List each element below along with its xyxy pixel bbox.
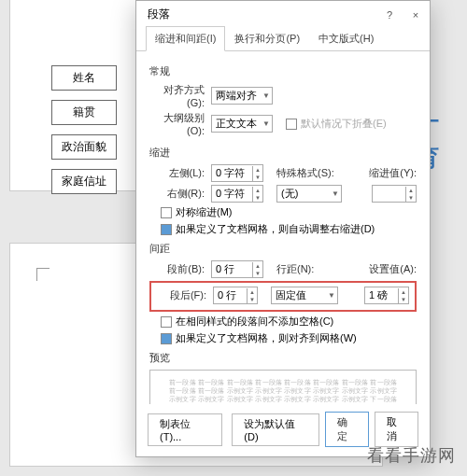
special-label: 特殊格式(S):: [276, 166, 334, 180]
outline-label: 大纲级别(O):: [149, 111, 207, 136]
section-preview: 预览: [149, 351, 417, 365]
paragraph-dialog: 段落 ? × 缩进和间距(I) 换行和分页(P) 中文版式(H) 常规 对齐方式…: [135, 0, 431, 457]
tab-line-page-breaks[interactable]: 换行和分页(P): [225, 26, 309, 50]
section-indent: 缩进: [149, 146, 417, 160]
spacing-at-label: 设置值(A):: [369, 262, 417, 276]
section-spacing: 间距: [149, 242, 417, 256]
collapse-checkbox[interactable]: [286, 119, 297, 130]
label-cell: 政治面貌: [51, 134, 117, 160]
spin-up-icon: ▲: [253, 166, 262, 174]
autogrid-checkbox[interactable]: [161, 224, 172, 235]
space-before-label: 段前(B):: [149, 262, 207, 276]
indent-left-spin[interactable]: 0 字符 ▲▼: [211, 164, 263, 182]
dialog-body: 常规 对齐方式(G): 两端对齐▼ 大纲级别(O): 正文文本▼ 默认情况下折叠…: [136, 51, 430, 404]
preview-box: 前一段落 前一段落 前一段落 前一段落 前一段落 前一段落 前一段落 前一段落 …: [149, 370, 417, 404]
space-after-spin[interactable]: 0 行 ▲▼: [213, 287, 258, 304]
titlebar: 段落 ? ×: [136, 1, 430, 26]
outline-combo[interactable]: 正文文本▼: [211, 115, 273, 133]
highlight-box: 段后(F): 0 行 ▲▼ 固定值▼ 1 磅 ▲▼: [149, 281, 417, 312]
tab-indent-spacing[interactable]: 缩进和间距(I): [146, 26, 225, 51]
chevron-down-icon: ▼: [332, 189, 339, 198]
cancel-button[interactable]: 取消: [375, 412, 418, 447]
spin-up-icon: ▲: [248, 288, 257, 296]
doc-table-labels: 姓名 籍贯 政治面貌 家庭信址: [51, 65, 117, 194]
line-spacing-combo[interactable]: 固定值▼: [271, 287, 338, 304]
indent-right-label: 右侧(R):: [149, 187, 207, 201]
mirror-indent-label: 对称缩进(M): [176, 205, 233, 219]
section-general: 常规: [149, 64, 417, 78]
mirror-indent-checkbox[interactable]: [161, 207, 172, 218]
close-button[interactable]: ×: [409, 9, 422, 21]
indent-right-spin[interactable]: 0 字符 ▲▼: [211, 185, 263, 203]
indent-by-label: 缩进值(Y):: [369, 166, 417, 180]
tabs-button[interactable]: 制表位(T)...: [148, 413, 222, 446]
chevron-down-icon: ▼: [262, 119, 270, 128]
tabstrip: 缩进和间距(I) 换行和分页(P) 中文版式(H): [136, 26, 430, 51]
spin-down-icon: ▼: [253, 270, 262, 277]
space-after-label: 段后(F):: [157, 288, 209, 302]
label-cell: 家庭信址: [51, 169, 117, 194]
spacing-at-spin[interactable]: 1 磅 ▲▼: [364, 287, 409, 304]
label-cell: 籍贯: [51, 100, 117, 125]
nospace-label: 在相同样式的段落间不添加空格(C): [176, 315, 333, 329]
ok-button[interactable]: 确定: [325, 412, 369, 447]
autogrid-label: 如果定义了文档网格，则自动调整右缩进(D): [176, 222, 375, 236]
nospace-checkbox[interactable]: [161, 316, 172, 328]
help-button[interactable]: ?: [383, 9, 396, 21]
tab-asian-typography[interactable]: 中文版式(H): [309, 26, 383, 50]
line-spacing-label: 行距(N):: [276, 262, 314, 276]
chevron-down-icon: ▼: [328, 291, 335, 300]
indent-by-spin[interactable]: ▲▼: [372, 185, 417, 203]
special-combo[interactable]: (无)▼: [276, 185, 342, 203]
indent-left-label: 左侧(L):: [149, 166, 207, 180]
spin-down-icon: ▼: [248, 296, 257, 303]
dialog-title: 段落: [148, 7, 170, 22]
chevron-down-icon: ▼: [262, 91, 270, 100]
alignment-label: 对齐方式(G):: [149, 83, 207, 108]
spin-up-icon: ▲: [406, 187, 416, 194]
alignment-combo[interactable]: 两端对齐▼: [211, 87, 273, 105]
spin-down-icon: ▼: [399, 296, 408, 303]
spin-down-icon: ▼: [253, 174, 262, 181]
watermark: 看看手游网: [367, 444, 456, 467]
spin-down-icon: ▼: [253, 194, 262, 202]
spin-down-icon: ▼: [406, 194, 416, 202]
snapgrid-label: 如果定义了文档网格，则对齐到网格(W): [176, 331, 357, 345]
space-before-spin[interactable]: 0 行 ▲▼: [211, 260, 263, 278]
set-default-button[interactable]: 设为默认值(D): [232, 413, 319, 446]
label-cell: 姓名: [51, 65, 117, 91]
spin-up-icon: ▲: [399, 288, 408, 296]
spin-up-icon: ▲: [253, 187, 262, 194]
spin-up-icon: ▲: [253, 262, 262, 270]
crop-mark: [36, 268, 50, 281]
collapse-label: 默认情况下折叠(E): [301, 117, 387, 131]
snapgrid-checkbox[interactable]: [161, 333, 172, 344]
